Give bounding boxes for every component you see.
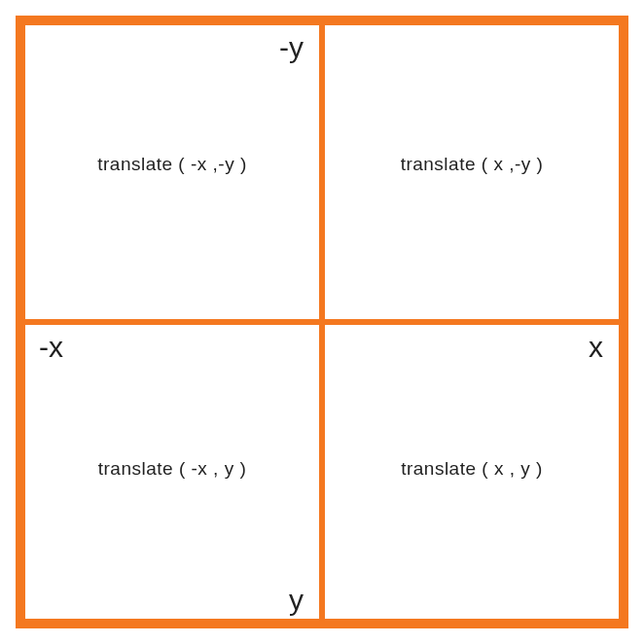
quadrant-grid: -y translate ( -x ,-y ) translate ( x ,-… (16, 16, 628, 628)
axis-label-neg-x: -x (39, 331, 63, 364)
axis-label-pos-x: x (589, 331, 603, 364)
quadrant-bottom-right: x translate ( x , y ) (322, 322, 622, 622)
axis-label-neg-y: -y (279, 31, 304, 64)
axis-label-pos-y: y (289, 584, 304, 617)
formula-top-left: translate ( -x ,-y ) (97, 154, 247, 175)
quadrant-top-right: translate ( x ,-y ) (322, 22, 622, 322)
translate-diagram: -y translate ( -x ,-y ) translate ( x ,-… (16, 16, 628, 628)
quadrant-top-left: -y translate ( -x ,-y ) (22, 22, 322, 322)
quadrant-bottom-left: -x translate ( -x , y ) y (22, 322, 322, 622)
formula-bottom-left: translate ( -x , y ) (98, 458, 247, 480)
formula-bottom-right: translate ( x , y ) (401, 458, 543, 480)
formula-top-right: translate ( x ,-y ) (401, 154, 544, 175)
